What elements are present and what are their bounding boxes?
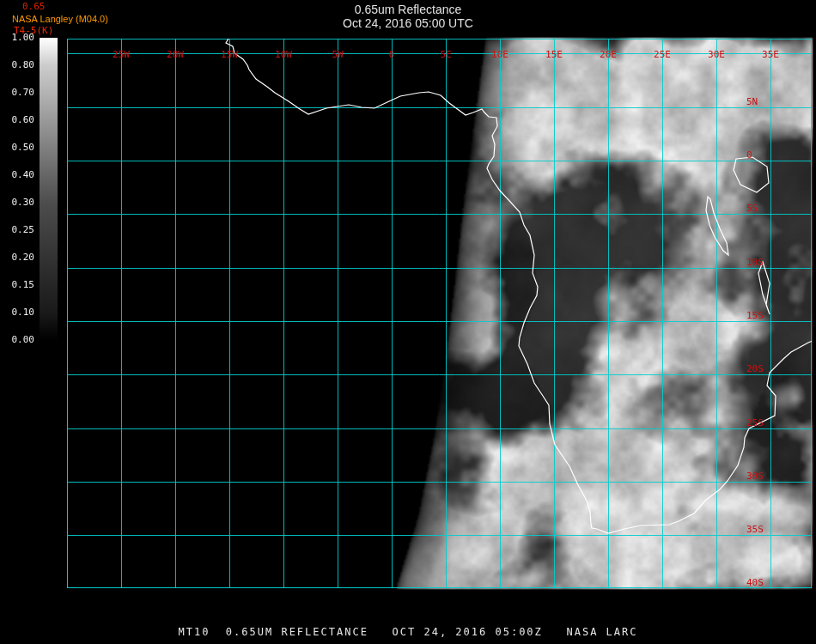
colorbar-tick-label: 0.40 bbox=[2, 170, 34, 180]
colorbar-tick-label: 0.15 bbox=[2, 280, 34, 290]
satellite-product-view: 0.65um Reflectance Oct 24, 2016 05:00 UT… bbox=[0, 0, 816, 644]
footer-caption: MT10 0.65UM REFLECTANCE OCT 24, 2016 05:… bbox=[0, 626, 816, 638]
aux-product-label: T4-5(K) bbox=[14, 25, 53, 36]
colorbar-tick-label: 0.60 bbox=[2, 115, 34, 125]
satellite-image-canvas bbox=[0, 0, 816, 644]
colorbar-labels: 1.000.800.700.600.500.400.300.250.200.15… bbox=[2, 38, 34, 347]
colorbar-gradient bbox=[40, 38, 58, 340]
colorbar-tick-label: 0.10 bbox=[2, 307, 34, 318]
colorbar-tick-label: 0.30 bbox=[2, 197, 34, 208]
colorbar-tick-label: 0.20 bbox=[2, 252, 34, 263]
agency-label: NASA Langley (M04.0) bbox=[12, 14, 108, 24]
colorbar-tick-label: 0.80 bbox=[2, 60, 34, 70]
colorbar-tick-label: 0.50 bbox=[2, 143, 34, 153]
colorbar-tick-label: 0.70 bbox=[2, 88, 34, 98]
channel-label: 0.65 bbox=[22, 1, 46, 12]
colorbar-tick-label: 0.00 bbox=[2, 335, 34, 345]
colorbar-tick-label: 0.25 bbox=[2, 225, 34, 235]
corner-labels: 0.65 NASA Langley (M04.0) T4-5(K) bbox=[0, 0, 258, 43]
